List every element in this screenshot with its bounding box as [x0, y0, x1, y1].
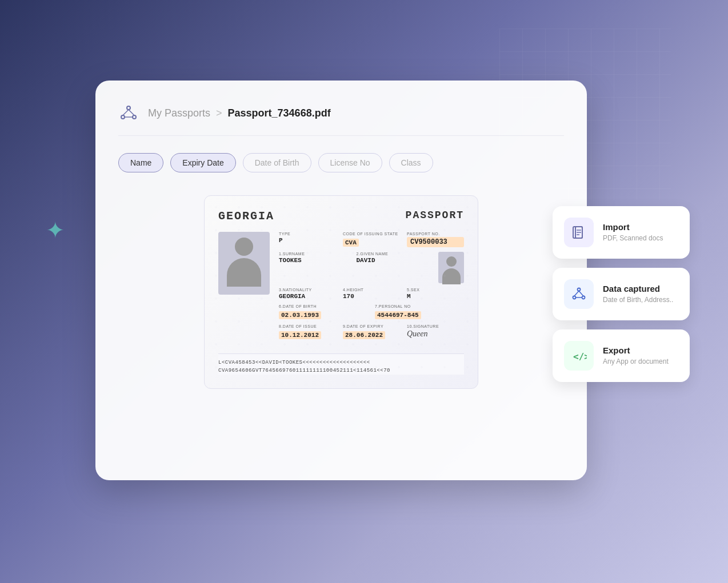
svg-point-0	[127, 106, 130, 110]
export-title: Export	[603, 345, 669, 355]
export-icon-wrapper: </>	[564, 341, 594, 371]
expiry-label: 9.Date of Expiry	[343, 324, 400, 328]
sex-field: 5.Sex M	[407, 288, 464, 300]
sex-value: M	[407, 293, 464, 300]
info-row-4: 6.Date of Birth 02.03.1993 7.Personal No…	[279, 304, 464, 320]
nationality-value: GEORGIA	[279, 293, 336, 300]
surname-field: 1.Surname TOOKES	[279, 252, 350, 283]
data-captured-subtitle: Date of Birth, Address..	[603, 296, 673, 304]
passport-no-value: CV9500033	[407, 237, 464, 247]
feature-card-export: </> Export Any App or document	[553, 329, 690, 382]
svg-point-11	[578, 288, 581, 291]
filter-row: Name Expiry Date Date of Birth License N…	[118, 153, 564, 172]
data-captured-title: Data captured	[603, 284, 673, 293]
height-label: 4.Height	[343, 288, 400, 292]
personal-no-value: 4544697-845	[375, 311, 421, 319]
feature-cards: Import PDF, Scanned docs Data captured D…	[553, 206, 690, 382]
dob-label: 6.Date of Birth	[279, 304, 368, 308]
import-icon-wrapper	[564, 218, 594, 247]
svg-point-13	[582, 296, 585, 299]
export-text: Export Any App or document	[603, 345, 669, 365]
passport-card: GEORGIA PASSPORT	[204, 195, 478, 389]
feature-card-import: Import PDF, Scanned docs	[553, 206, 690, 259]
svg-point-2	[133, 115, 136, 119]
small-silhouette-head	[446, 256, 457, 267]
import-icon	[571, 224, 587, 240]
header: My Passports > Passport_734668.pdf	[118, 103, 564, 136]
surname-label: 1.Surname	[279, 252, 350, 256]
passport-photo	[218, 232, 270, 295]
silhouette	[224, 238, 264, 289]
silhouette-head	[235, 238, 253, 256]
svg-text:</>: </>	[573, 351, 587, 362]
data-icon-wrapper	[564, 279, 594, 309]
svg-line-3	[123, 110, 129, 115]
signature-field: 10.Signature Queen	[407, 324, 464, 340]
height-field: 4.Height 170	[343, 288, 400, 300]
data-captured-text: Data captured Date of Birth, Address..	[603, 284, 673, 304]
expiry-value: 28.06.2022	[343, 331, 385, 339]
info-row-2: 1.Surname TOOKES 2.Given Name DAVID	[279, 252, 464, 283]
import-title: Import	[603, 222, 663, 232]
given-name-field: 2.Given Name DAVID	[357, 252, 427, 283]
filter-class[interactable]: Class	[389, 153, 433, 172]
decorative-star: ✦	[46, 217, 74, 246]
passport-body: Type P Code of Issuing State CVA Passpor…	[218, 232, 464, 344]
svg-point-1	[121, 115, 125, 119]
breadcrumb-current: Passport_734668.pdf	[228, 107, 331, 119]
small-silhouette-body	[442, 268, 461, 284]
personal-no-label: 7.Personal No	[375, 304, 464, 308]
type-field: Type P	[279, 232, 336, 247]
mrz-line-1: L<CVA458453<<DAVID<TOOKES<<<<<<<<<<<<<<<…	[218, 359, 464, 367]
filter-name[interactable]: Name	[118, 153, 163, 172]
breadcrumb: My Passports > Passport_734668.pdf	[148, 107, 331, 119]
feature-card-data: Data captured Date of Birth, Address..	[553, 268, 690, 320]
expiry-field: 9.Date of Expiry 28.06.2022	[343, 324, 400, 340]
dob-value: 02.03.1993	[279, 311, 321, 319]
main-card: My Passports > Passport_734668.pdf Name …	[95, 81, 587, 480]
svg-line-15	[579, 291, 583, 296]
mrz-section: L<CVA458453<<DAVID<TOOKES<<<<<<<<<<<<<<<…	[218, 353, 464, 375]
info-row-1: Type P Code of Issuing State CVA Passpor…	[279, 232, 464, 247]
passport-country: GEORGIA	[218, 210, 274, 223]
photo-section	[218, 232, 270, 344]
app-logo	[118, 103, 139, 124]
breadcrumb-parent[interactable]: My Passports	[148, 107, 210, 119]
filter-expiry-date[interactable]: Expiry Date	[170, 153, 235, 172]
import-subtitle: PDF, Scanned docs	[603, 234, 663, 242]
svg-line-14	[574, 291, 579, 296]
code-label: Code of Issuing State	[343, 232, 400, 236]
small-photo	[438, 252, 464, 283]
mrz-line-2: CVA9654606GVT764566976011111111100452111…	[218, 367, 464, 375]
nationality-field: 3.Nationality GEORGIA	[279, 288, 336, 300]
given-name-value: DAVID	[357, 257, 427, 264]
code-field: Code of Issuing State CVA	[343, 232, 400, 247]
given-name-label: 2.Given Name	[357, 252, 427, 256]
data-icon	[571, 286, 587, 302]
filter-license-no[interactable]: License No	[318, 153, 382, 172]
silhouette-body	[227, 258, 261, 287]
info-row-3: 3.Nationality GEORGIA 4.Height 170 5.Sex…	[279, 288, 464, 300]
signature-label: 10.Signature	[407, 324, 464, 328]
height-value: 170	[343, 293, 400, 300]
personal-no-field: 7.Personal No 4544697-845	[375, 304, 464, 320]
export-subtitle: Any App or document	[603, 357, 669, 365]
filter-date-of-birth[interactable]: Date of Birth	[243, 153, 311, 172]
issue-label: 8.Date of Issue	[279, 324, 336, 328]
type-label: Type	[279, 232, 336, 236]
dob-field: 6.Date of Birth 02.03.1993	[279, 304, 368, 320]
nationality-label: 3.Nationality	[279, 288, 336, 292]
issue-field: 8.Date of Issue 10.12.2012	[279, 324, 336, 340]
code-value: CVA	[343, 239, 359, 247]
surname-value: TOOKES	[279, 257, 350, 264]
type-value: P	[279, 237, 336, 244]
passport-no-label: Passport no.	[407, 232, 464, 236]
signature-value: Queen	[407, 329, 464, 339]
passport-header: GEORGIA PASSPORT	[218, 210, 464, 223]
svg-line-4	[129, 110, 134, 115]
export-icon: </>	[571, 348, 587, 364]
passport-title: PASSPORT	[406, 210, 464, 223]
passport-info: Type P Code of Issuing State CVA Passpor…	[279, 232, 464, 344]
info-row-5: 8.Date of Issue 10.12.2012 9.Date of Exp…	[279, 324, 464, 340]
breadcrumb-separator: >	[216, 107, 222, 119]
